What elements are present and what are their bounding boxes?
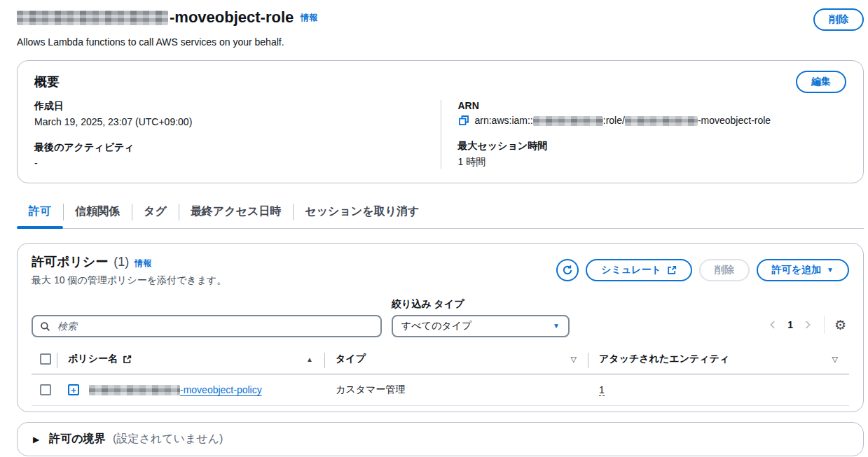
boundary-not-set-text: (設定されていません) (113, 433, 223, 444)
summary-grid: 作成日 March 19, 2025, 23:07 (UTC+09:00) 最後… (34, 100, 846, 169)
last-activity-label: 最後のアクティビティ (34, 141, 424, 154)
copy-icon (458, 115, 469, 126)
policy-name-link[interactable]: -moveobject-policy (180, 384, 262, 395)
tab-tags[interactable]: タグ (132, 200, 179, 228)
policies-description: 最大 10 個の管理ポリシーを添付できます。 (32, 274, 226, 287)
policies-count: (1) (113, 255, 129, 269)
detach-policy-button[interactable]: 削除 (699, 259, 750, 281)
role-description: Allows Lambda functions to call AWS serv… (17, 36, 864, 48)
search-box[interactable] (32, 315, 382, 337)
expand-policy-icon[interactable]: + (68, 384, 79, 395)
chevron-right-icon (803, 320, 813, 330)
page-header: -moveobject-role 情報 削除 (17, 8, 864, 31)
refresh-button[interactable] (556, 259, 579, 281)
redacted-account-id (533, 116, 603, 126)
next-page-button[interactable] (799, 320, 817, 330)
caret-down-icon: ▼ (553, 323, 560, 330)
preferences-gear-button[interactable]: ⚙ (832, 318, 849, 332)
created-date-value: March 19, 2025, 23:07 (UTC+09:00) (34, 116, 424, 127)
policy-name-cell: + -moveobject-policy (57, 374, 324, 405)
summary-left-column: 作成日 March 19, 2025, 23:07 (UTC+09:00) 最後… (34, 100, 441, 169)
max-session-label: 最大セッション時間 (458, 140, 847, 153)
external-link-icon (667, 265, 677, 275)
summary-right-column: ARN arn:aws:iam:::role/-moveobject-role … (441, 100, 847, 169)
role-detail-tabs: 許可 信頼関係 タグ 最終アクセス日時 セッションを取り消す (17, 200, 864, 229)
role-name-suffix: -moveobject-role (170, 8, 294, 27)
arn-label: ARN (458, 100, 847, 111)
created-date-label: 作成日 (34, 100, 424, 113)
redacted-role-prefix (625, 116, 698, 126)
summary-title: 概要 (34, 73, 60, 90)
column-header-policy-name[interactable]: ポリシー名 ▲ (57, 347, 324, 374)
table-header-row: ポリシー名 ▲ タイプ ▽ アタッチされたエンティティ ▽ (32, 347, 849, 374)
column-header-attached-entities[interactable]: アタッチされたエンティティ ▽ (588, 347, 849, 374)
refresh-icon (562, 265, 573, 276)
filter-type-value: すべてのタイプ (401, 320, 471, 332)
caret-down-icon: ▼ (827, 267, 834, 274)
current-page-number[interactable]: 1 (782, 319, 799, 330)
sort-ascending-icon[interactable]: ▲ (306, 356, 313, 363)
permissions-boundary-card[interactable]: ▶ 許可の境界 (設定されていません) (17, 422, 864, 456)
external-link-icon (123, 355, 132, 364)
title-line: -moveobject-role 情報 (17, 8, 317, 27)
edit-summary-button[interactable]: 編集 (796, 71, 846, 93)
policies-info-link[interactable]: 情報 (135, 258, 151, 269)
redacted-policy-prefix (89, 385, 180, 395)
pagination-divider (824, 316, 825, 334)
redacted-role-name (17, 10, 168, 25)
pagination: 1 ⚙ (764, 316, 849, 337)
attached-entities-count[interactable]: 1 (599, 384, 605, 396)
policy-type-cell: カスタマー管理 (324, 374, 588, 405)
search-icon (40, 321, 50, 332)
arn-value: arn:aws:iam:::role/-moveobject-role (475, 115, 771, 126)
add-permissions-button[interactable]: 許可を追加 ▼ (757, 259, 849, 281)
filter-type-select[interactable]: すべてのタイプ ▼ (392, 315, 570, 337)
sort-toggle-icon[interactable]: ▽ (571, 355, 577, 364)
filter-type-label: 絞り込み タイプ (392, 298, 570, 311)
policies-table: ポリシー名 ▲ タイプ ▽ アタッチされたエンティティ ▽ (32, 347, 849, 406)
last-activity-value: - (34, 157, 424, 169)
attached-entities-cell: 1 (588, 374, 849, 405)
previous-page-button[interactable] (764, 320, 782, 330)
policies-title: 許可ポリシー (32, 253, 108, 270)
policies-header-text: 許可ポリシー (1) 情報 最大 10 個の管理ポリシーを添付できます。 (32, 253, 226, 287)
search-input[interactable] (56, 320, 373, 332)
max-session-value: 1 時間 (458, 156, 847, 169)
simulate-button[interactable]: シミュレート (586, 259, 692, 281)
tab-last-accessed[interactable]: 最終アクセス日時 (179, 200, 294, 228)
tab-revoke-sessions[interactable]: セッションを取り消す (293, 200, 431, 228)
iam-role-detail-page: -moveobject-role 情報 削除 Allows Lambda fun… (0, 0, 868, 457)
filter-row: 絞り込み タイプ すべてのタイプ ▼ 1 (32, 298, 849, 337)
policies-actions: シミュレート 削除 許可を追加 ▼ (556, 259, 849, 281)
expand-triangle-icon: ▶ (33, 435, 39, 444)
policy-table-row: + -moveobject-policy カスタマー管理 1 (32, 374, 849, 406)
tab-permissions[interactable]: 許可 (17, 200, 63, 228)
row-checkbox[interactable] (40, 384, 51, 395)
delete-role-button[interactable]: 削除 (813, 8, 864, 31)
chevron-left-icon (768, 320, 778, 330)
filter-type-group: 絞り込み タイプ すべてのタイプ ▼ (392, 298, 570, 337)
column-header-type[interactable]: タイプ ▽ (324, 347, 588, 374)
gear-icon: ⚙ (834, 318, 846, 332)
summary-card: 概要 編集 作成日 March 19, 2025, 23:07 (UTC+09:… (17, 60, 864, 183)
tab-trust-relationships[interactable]: 信頼関係 (63, 200, 132, 228)
page-title: -moveobject-role (17, 8, 294, 27)
copy-arn-button[interactable] (458, 115, 469, 126)
permissions-policies-card: 許可ポリシー (1) 情報 最大 10 個の管理ポリシーを添付できます。 シミュ… (17, 243, 864, 412)
select-all-checkbox[interactable] (40, 353, 51, 365)
sort-toggle-icon[interactable]: ▽ (832, 355, 838, 364)
title-info-link[interactable]: 情報 (301, 12, 317, 24)
boundary-title: 許可の境界 (49, 433, 105, 444)
